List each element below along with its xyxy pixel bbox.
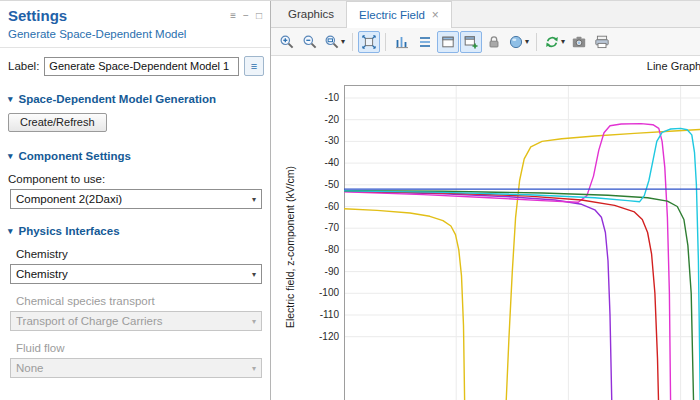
minimize-panel-icon[interactable]: − xyxy=(243,11,249,21)
chemistry-select-value: Chemistry xyxy=(16,268,248,280)
image-settings-icon[interactable]: ▾ xyxy=(506,31,531,53)
chart-series-green xyxy=(344,191,694,400)
y-axis-tick-label: -110 xyxy=(299,309,339,320)
chemical-species-transport-select[interactable]: Transport of Charge Carriers▾ xyxy=(10,311,262,331)
tab-label: Electric Field xyxy=(359,9,425,21)
dropdown-arrow-icon: ▾ xyxy=(248,270,256,279)
toolbar-separator xyxy=(385,33,386,51)
tab-graphics[interactable]: Graphics xyxy=(276,1,346,27)
y-axis-tick-label: -10 xyxy=(299,92,339,103)
chemistry-label: Chemistry xyxy=(0,242,270,263)
y-axis-tick-label: -50 xyxy=(299,179,339,190)
graphics-toolbar: ▾▾▾ xyxy=(271,28,700,56)
graphics-panel: GraphicsElectric Field× ▾▾▾ Line Graph E… xyxy=(271,1,700,400)
chemical-species-transport-label: Chemical species transport xyxy=(0,289,270,310)
x-axis-data-icon[interactable] xyxy=(414,31,436,53)
zoom-extents-icon[interactable] xyxy=(358,31,380,53)
settings-subtitle: Generate Space-Dependent Model xyxy=(0,24,270,47)
section-header-generation[interactable]: ▾ Space-Dependent Model Generation xyxy=(0,82,270,110)
component-select[interactable]: Component 2(2Daxi) ▾ xyxy=(10,189,262,209)
component-to-use-label: Component to use: xyxy=(0,167,270,188)
float-panel-icon[interactable]: □ xyxy=(256,11,262,21)
settings-header-icons: ≡−□ xyxy=(223,11,262,21)
y-axis-label: Electric field, z-component (kV/cm) xyxy=(284,152,298,342)
y-axis-tick-label: -40 xyxy=(299,157,339,168)
lock-axes-icon[interactable] xyxy=(483,31,505,53)
plot-title: Line Graph xyxy=(344,60,700,72)
chart-series-purple xyxy=(344,191,612,400)
section-title: Physics Interfaces xyxy=(19,225,120,237)
toolbar-separator xyxy=(352,33,353,51)
fluid-flow-label: Fluid flow xyxy=(0,336,270,357)
snapshot-icon[interactable] xyxy=(568,31,590,53)
create-refresh-button[interactable]: Create/Refresh xyxy=(8,113,107,132)
close-tab-icon[interactable]: × xyxy=(432,9,439,21)
physics-fields: ChemistryChemistry▾Chemical species tran… xyxy=(0,242,270,378)
dropdown-arrow-icon: ▾ xyxy=(248,195,256,204)
section-header-physics-interfaces[interactable]: ▾ Physics Interfaces xyxy=(0,214,270,242)
zoom-in-icon[interactable] xyxy=(276,31,298,53)
plot-area[interactable]: Line Graph Electric field, z-component (… xyxy=(271,56,700,400)
y-axis-tick-label: -120 xyxy=(299,331,339,342)
chemistry-select[interactable]: Chemistry▾ xyxy=(10,264,262,284)
settings-panel-title: Settings xyxy=(8,7,67,24)
y-axis-tick-label: -80 xyxy=(299,244,339,255)
y-axis-tick-label: -20 xyxy=(299,114,339,125)
update-plot-icon[interactable]: ▾ xyxy=(542,31,567,53)
fluid-flow-select[interactable]: None▾ xyxy=(10,358,262,378)
tab-electric-field[interactable]: Electric Field× xyxy=(346,1,452,28)
y-axis-data-icon[interactable] xyxy=(391,31,413,53)
plot-window-icon[interactable] xyxy=(437,31,459,53)
y-axis-tick-label: -90 xyxy=(299,266,339,277)
y-axis-tick-label: -60 xyxy=(299,201,339,212)
chevron-down-icon: ▾ xyxy=(8,226,13,236)
fluid-flow-select-value: None xyxy=(16,362,248,374)
y-axis-tick-label: -30 xyxy=(299,135,339,146)
new-plot-window-icon[interactable] xyxy=(460,31,482,53)
label-input[interactable] xyxy=(44,57,239,76)
dropdown-caret-icon: ▾ xyxy=(341,37,345,46)
section-title: Component Settings xyxy=(19,150,131,162)
dropdown-caret-icon: ▾ xyxy=(525,37,529,46)
zoom-out-icon[interactable] xyxy=(299,31,321,53)
chevron-down-icon: ▾ xyxy=(8,151,13,161)
chart-svg xyxy=(344,85,700,400)
y-axis-tick-label: -100 xyxy=(299,287,339,298)
print-icon[interactable] xyxy=(591,31,613,53)
toolbar-separator xyxy=(536,33,537,51)
settings-panel: Settings ≡−□ Generate Space-Dependent Mo… xyxy=(0,1,271,400)
tab-label: Graphics xyxy=(288,8,334,20)
component-select-value: Component 2(2Daxi) xyxy=(16,193,248,205)
label-caption: Label: xyxy=(8,60,39,72)
dropdown-caret-icon: ▾ xyxy=(561,37,565,46)
zoom-box-icon[interactable]: ▾ xyxy=(322,31,347,53)
chemical-species-transport-select-value: Transport of Charge Carriers xyxy=(16,315,248,327)
dropdown-arrow-icon: ▾ xyxy=(248,317,256,326)
tab-bar: GraphicsElectric Field× xyxy=(271,1,700,28)
application-window: Settings ≡−□ Generate Space-Dependent Mo… xyxy=(0,0,700,400)
section-header-component-settings[interactable]: ▾ Component Settings xyxy=(0,139,270,167)
rename-label-icon[interactable]: ≡ xyxy=(244,56,264,76)
dropdown-arrow-icon: ▾ xyxy=(248,364,256,373)
section-title: Space-Dependent Model Generation xyxy=(19,93,216,105)
chevron-down-icon: ▾ xyxy=(8,94,13,104)
chart-series-yellow xyxy=(344,129,700,400)
settings-menu-icon[interactable]: ≡ xyxy=(230,11,236,21)
label-row: Label: ≡ xyxy=(0,48,270,82)
y-axis-tick-label: -70 xyxy=(299,222,339,233)
settings-header: Settings ≡−□ xyxy=(0,1,270,24)
